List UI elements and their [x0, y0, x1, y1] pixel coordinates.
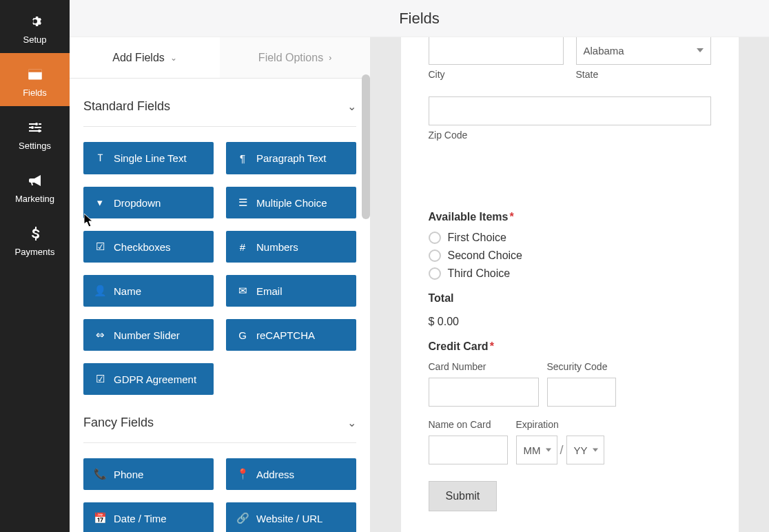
calendar-icon: 📅	[94, 512, 105, 524]
tab-label: Field Options	[258, 52, 323, 64]
field-number-slider[interactable]: ⇔Number Slider	[83, 319, 214, 351]
submit-button[interactable]: Submit	[429, 481, 498, 511]
slider-icon: ⇔	[94, 329, 105, 341]
form-preview: City Alabama State Zip Code Available It…	[401, 37, 739, 532]
panel-tabs: Add Fields ⌄ Field Options ›	[70, 37, 370, 79]
radio-icon	[429, 232, 441, 244]
credit-card-label: Credit Card*	[429, 340, 711, 353]
zip-label: Zip Code	[429, 130, 711, 141]
fields-panel: Add Fields ⌄ Field Options › Standard Fi…	[70, 37, 370, 532]
field-checkboxes[interactable]: ☑Checkboxes	[83, 231, 214, 263]
zip-input[interactable]	[429, 96, 711, 125]
available-items-radios: First Choice Second Choice Third Choice	[429, 232, 711, 280]
user-icon: 👤	[94, 285, 105, 297]
sidebar-label: Fields	[23, 88, 47, 98]
bullhorn-icon	[26, 172, 44, 190]
sliders-icon	[26, 119, 44, 136]
recaptcha-icon: G	[237, 329, 248, 341]
chevron-right-icon: ›	[329, 53, 331, 63]
page-title: Fields	[399, 10, 440, 28]
chevron-down-icon: ⌄	[347, 416, 356, 429]
field-website-url[interactable]: 🔗Website / URL	[226, 502, 356, 532]
field-gdpr-agreement[interactable]: ☑GDPR Agreement	[83, 363, 214, 395]
chevron-down-icon: ⌄	[347, 100, 356, 113]
main: Fields Add Fields ⌄ Field Options › Stan…	[70, 0, 769, 532]
expiration-month-select[interactable]: MM	[516, 436, 557, 464]
expiration-label: Expiration	[516, 419, 604, 430]
radio-second-choice[interactable]: Second Choice	[429, 249, 711, 262]
dropdown-icon: ▾	[94, 196, 105, 209]
section-title: Standard Fields	[83, 99, 170, 114]
card-number-input[interactable]	[429, 378, 539, 407]
security-code-label: Security Code	[547, 361, 616, 372]
form-icon	[26, 65, 44, 83]
paragraph-icon: ¶	[237, 152, 248, 164]
field-email[interactable]: ✉Email	[226, 275, 356, 307]
list-icon: ☰	[237, 196, 248, 209]
name-on-card-label: Name on Card	[429, 419, 508, 430]
svg-rect-1	[28, 69, 42, 72]
sidebar-item-marketing[interactable]: Marketing	[0, 159, 70, 212]
sidebar-label: Marketing	[15, 194, 54, 204]
check-icon: ☑	[94, 241, 105, 253]
text-icon: Ｔ	[94, 152, 105, 165]
city-label: City	[429, 69, 564, 80]
sidebar-label: Setup	[23, 34, 47, 45]
chevron-down-icon: ⌄	[170, 53, 177, 63]
phone-icon: 📞	[94, 468, 105, 480]
hash-icon: #	[237, 241, 248, 253]
section-fancy-fields[interactable]: Fancy Fields ⌄	[83, 395, 356, 443]
field-dropdown[interactable]: ▾Dropdown	[83, 187, 214, 218]
radio-icon	[429, 267, 441, 280]
sidebar: Setup Fields Settings Marketing Payments	[0, 0, 70, 532]
sidebar-label: Payments	[15, 247, 55, 257]
tab-add-fields[interactable]: Add Fields ⌄	[70, 37, 220, 78]
security-code-input[interactable]	[547, 378, 616, 407]
sidebar-label: Settings	[19, 141, 51, 151]
card-number-label: Card Number	[429, 361, 539, 372]
city-input[interactable]	[429, 37, 564, 65]
tab-field-options[interactable]: Field Options ›	[220, 37, 370, 78]
name-on-card-input[interactable]	[429, 436, 508, 464]
gear-icon	[26, 12, 44, 30]
link-icon: 🔗	[237, 512, 248, 524]
field-numbers[interactable]: #Numbers	[226, 231, 356, 263]
state-select[interactable]: Alabama	[576, 37, 711, 65]
expiration-year-select[interactable]: YY	[566, 436, 604, 464]
envelope-icon: ✉	[237, 285, 248, 297]
field-name[interactable]: 👤Name	[83, 275, 214, 307]
field-phone[interactable]: 📞Phone	[83, 458, 214, 490]
field-recaptcha[interactable]: GreCAPTCHA	[226, 319, 356, 351]
field-address[interactable]: 📍Address	[226, 458, 356, 490]
sidebar-item-settings[interactable]: Settings	[0, 106, 70, 159]
field-paragraph-text[interactable]: ¶Paragraph Text	[226, 142, 356, 174]
radio-third-choice[interactable]: Third Choice	[429, 267, 711, 280]
sidebar-item-setup[interactable]: Setup	[0, 0, 70, 53]
state-label: State	[576, 69, 711, 80]
svg-point-3	[31, 126, 34, 129]
preview-pane: City Alabama State Zip Code Available It…	[370, 37, 769, 532]
sidebar-item-fields[interactable]: Fields	[0, 53, 70, 106]
dollar-icon	[26, 225, 44, 243]
radio-first-choice[interactable]: First Choice	[429, 232, 711, 244]
total-label: Total	[429, 292, 711, 305]
svg-point-4	[38, 130, 41, 132]
pin-icon: 📍	[237, 468, 248, 480]
tab-label: Add Fields	[112, 52, 165, 64]
available-items-label: Available Items*	[429, 211, 711, 223]
section-standard-fields[interactable]: Standard Fields ⌄	[83, 79, 356, 127]
total-value: $ 0.00	[429, 316, 711, 328]
topbar: Fields	[70, 0, 769, 37]
check-icon: ☑	[94, 373, 105, 385]
field-multiple-choice[interactable]: ☰Multiple Choice	[226, 187, 356, 218]
slash-separator: /	[560, 443, 564, 458]
sidebar-item-payments[interactable]: Payments	[0, 212, 70, 265]
section-title: Fancy Fields	[83, 416, 154, 430]
svg-point-2	[35, 123, 38, 125]
radio-icon	[429, 249, 441, 262]
field-date-time[interactable]: 📅Date / Time	[83, 502, 214, 532]
field-single-line-text[interactable]: ＴSingle Line Text	[83, 142, 214, 174]
